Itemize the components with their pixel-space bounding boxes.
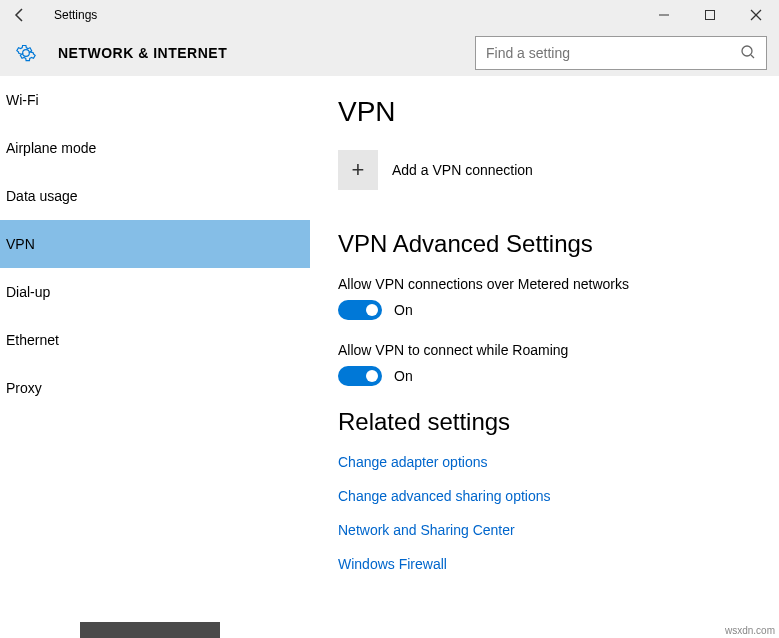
add-vpn-row[interactable]: + Add a VPN connection (338, 150, 779, 190)
window-title: Settings (54, 8, 97, 22)
titlebar: Settings (0, 0, 779, 30)
sidebar-item-label: Wi-Fi (6, 92, 39, 108)
content: Wi-Fi Airplane mode Data usage VPN Dial-… (0, 76, 779, 638)
sidebar-item-label: VPN (6, 236, 35, 252)
sidebar-item-label: Ethernet (6, 332, 59, 348)
sidebar-item-dialup[interactable]: Dial-up (0, 268, 310, 316)
svg-line-5 (751, 55, 754, 58)
sidebar-item-proxy[interactable]: Proxy (0, 364, 310, 412)
settings-gear-icon[interactable] (14, 41, 38, 65)
search-input[interactable] (486, 45, 740, 61)
add-vpn-label: Add a VPN connection (392, 162, 533, 178)
arrow-left-icon (12, 7, 28, 23)
plus-icon: + (352, 157, 365, 183)
sidebar-item-label: Airplane mode (6, 140, 96, 156)
sidebar-item-label: Proxy (6, 380, 42, 396)
sidebar-item-ethernet[interactable]: Ethernet (0, 316, 310, 364)
minimize-button[interactable] (641, 0, 687, 30)
main-panel: VPN + Add a VPN connection VPN Advanced … (310, 76, 779, 638)
link-firewall[interactable]: Windows Firewall (338, 556, 779, 572)
metered-toggle[interactable] (338, 300, 382, 320)
add-button[interactable]: + (338, 150, 378, 190)
sidebar-item-data-usage[interactable]: Data usage (0, 172, 310, 220)
related-settings-title: Related settings (338, 408, 779, 436)
roaming-toggle[interactable] (338, 366, 382, 386)
sidebar-item-wifi[interactable]: Wi-Fi (0, 76, 310, 124)
metered-toggle-row: On (338, 300, 779, 320)
maximize-icon (704, 9, 716, 21)
sidebar-item-label: Dial-up (6, 284, 50, 300)
sidebar-item-vpn[interactable]: VPN (0, 220, 310, 268)
gear-icon (16, 43, 36, 63)
sidebar-item-airplane[interactable]: Airplane mode (0, 124, 310, 172)
page-title: VPN (338, 96, 779, 128)
metered-toggle-state: On (394, 302, 413, 318)
close-button[interactable] (733, 0, 779, 30)
sidebar: Wi-Fi Airplane mode Data usage VPN Dial-… (0, 76, 310, 638)
close-icon (750, 9, 762, 21)
roaming-toggle-state: On (394, 368, 413, 384)
svg-point-4 (742, 46, 752, 56)
search-box[interactable] (475, 36, 767, 70)
advanced-settings-title: VPN Advanced Settings (338, 230, 779, 258)
link-network-center[interactable]: Network and Sharing Center (338, 522, 779, 538)
header: NETWORK & INTERNET (0, 30, 779, 76)
search-icon (740, 44, 756, 63)
svg-rect-1 (706, 11, 715, 20)
link-sharing-options[interactable]: Change advanced sharing options (338, 488, 779, 504)
link-adapter-options[interactable]: Change adapter options (338, 454, 779, 470)
sidebar-item-label: Data usage (6, 188, 78, 204)
watermark: wsxdn.com (725, 625, 775, 636)
roaming-setting-label: Allow VPN to connect while Roaming (338, 342, 779, 358)
roaming-toggle-row: On (338, 366, 779, 386)
taskbar-fragment (80, 622, 220, 638)
minimize-icon (658, 9, 670, 21)
metered-setting-label: Allow VPN connections over Metered netwo… (338, 276, 779, 292)
maximize-button[interactable] (687, 0, 733, 30)
page-category-title: NETWORK & INTERNET (58, 45, 227, 61)
back-button[interactable] (0, 0, 40, 30)
